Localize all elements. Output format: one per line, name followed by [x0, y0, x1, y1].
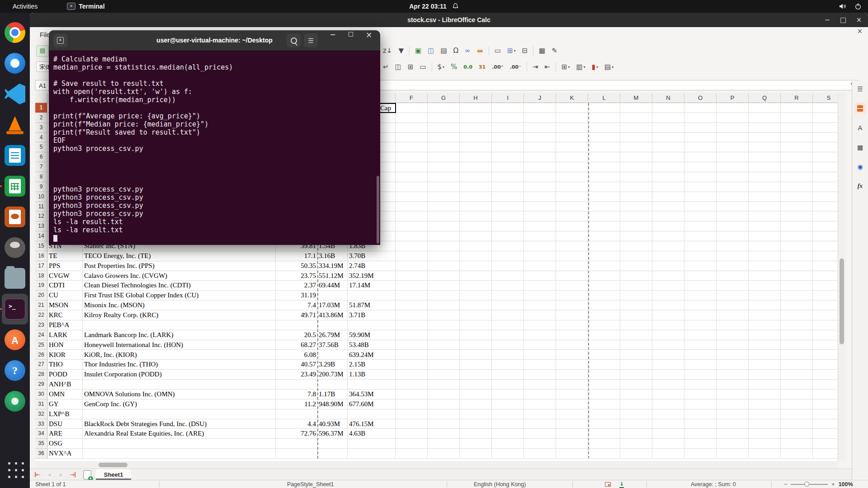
- cell-E17[interactable]: 2.74B: [348, 261, 396, 271]
- cell-M22[interactable]: [620, 310, 652, 320]
- cell-F2[interactable]: [396, 113, 428, 123]
- cell-S1[interactable]: [813, 103, 837, 113]
- cell-I6[interactable]: [492, 152, 524, 162]
- cell-L20[interactable]: [588, 291, 620, 300]
- row-header-24[interactable]: 24: [35, 330, 47, 340]
- first-sheet-icon[interactable]: ←: [33, 471, 43, 478]
- cell-J21[interactable]: [524, 300, 556, 310]
- cell-N20[interactable]: [652, 291, 684, 300]
- cell-N23[interactable]: [652, 320, 684, 330]
- cell-L31[interactable]: [588, 399, 620, 409]
- dock-item-ubuntu-software[interactable]: [2, 324, 28, 355]
- cell-K2[interactable]: [556, 113, 588, 123]
- clock[interactable]: Apr 22 03:11: [409, 3, 447, 10]
- cell-E30[interactable]: 364.53M: [348, 389, 396, 399]
- cell-L33[interactable]: [588, 419, 620, 429]
- cell-L14[interactable]: [588, 231, 620, 241]
- row-header-14[interactable]: 14: [35, 231, 47, 241]
- cell-H32[interactable]: [460, 409, 492, 419]
- cell-L25[interactable]: [588, 340, 620, 350]
- row-header-25[interactable]: 25: [35, 340, 47, 350]
- row-header-29[interactable]: 29: [35, 380, 47, 389]
- cell-S18[interactable]: [813, 271, 837, 281]
- cell-P22[interactable]: [717, 310, 749, 320]
- cell-H22[interactable]: [460, 310, 492, 320]
- cell-P6[interactable]: [717, 152, 749, 162]
- cell-C24[interactable]: 20.5: [276, 330, 317, 340]
- cell-K33[interactable]: [556, 419, 588, 429]
- cell-A35[interactable]: OSG: [47, 439, 83, 449]
- cell-Q23[interactable]: [749, 320, 781, 330]
- cell-K24[interactable]: [556, 330, 588, 340]
- cell-F34[interactable]: [396, 429, 428, 439]
- cell-E27[interactable]: 2.15B: [348, 360, 396, 370]
- cell-D19[interactable]: 69.44M: [317, 281, 348, 291]
- cell-R19[interactable]: [781, 281, 813, 291]
- cell-H33[interactable]: [460, 419, 492, 429]
- cell-O33[interactable]: [684, 419, 717, 429]
- cell-O20[interactable]: [684, 291, 717, 300]
- cell-O32[interactable]: [684, 409, 717, 419]
- cell-E36[interactable]: [348, 449, 396, 459]
- cell-S25[interactable]: [813, 340, 837, 350]
- cell-F30[interactable]: [396, 389, 428, 399]
- toolbar-icon-unmerge-cells[interactable]: ▭: [419, 61, 427, 73]
- cell-P28[interactable]: [717, 370, 749, 380]
- cell-Q6[interactable]: [749, 152, 781, 162]
- cell-O35[interactable]: [684, 439, 717, 449]
- cell-L2[interactable]: [588, 113, 620, 123]
- cell-J26[interactable]: [524, 350, 556, 360]
- toolbar-icon-format-as-date[interactable]: 31: [478, 61, 486, 73]
- cell-I17[interactable]: [492, 261, 524, 271]
- cell-P17[interactable]: [717, 261, 749, 271]
- cell-L7[interactable]: [588, 162, 620, 172]
- cell-N1[interactable]: [652, 103, 684, 113]
- cell-J31[interactable]: [524, 399, 556, 409]
- cell-E34[interactable]: 4.63B: [348, 429, 396, 439]
- cell-N19[interactable]: [652, 281, 684, 291]
- toolbar-icon-format-as-currency[interactable]: $▾: [437, 61, 446, 73]
- cell-K8[interactable]: [556, 172, 588, 182]
- cell-S13[interactable]: [813, 221, 837, 231]
- cell-R15[interactable]: [781, 241, 813, 251]
- column-header-H[interactable]: H: [460, 93, 492, 103]
- cell-M10[interactable]: [620, 192, 652, 202]
- cell-H35[interactable]: [460, 439, 492, 449]
- row-header-28[interactable]: 28: [35, 370, 47, 380]
- cell-L28[interactable]: [588, 370, 620, 380]
- cell-C26[interactable]: 6.08: [276, 350, 317, 360]
- calc-maximize-button[interactable]: □: [840, 16, 847, 24]
- cell-R30[interactable]: [781, 389, 813, 399]
- cell-C33[interactable]: 4.4: [276, 419, 317, 429]
- cell-B24[interactable]: Landmark Bancorp Inc. (LARK): [83, 330, 276, 340]
- cell-B34[interactable]: Alexandria Real Estate Equities, Inc. (A…: [83, 429, 276, 439]
- cell-E31[interactable]: 677.60M: [348, 399, 396, 409]
- terminal-menu-button[interactable]: ☰: [304, 33, 318, 47]
- cell-S16[interactable]: [813, 251, 837, 261]
- cell-G17[interactable]: [428, 261, 460, 271]
- cell-F1[interactable]: [396, 103, 428, 113]
- toolbar-icon-format-as-number[interactable]: 0.0: [462, 61, 473, 73]
- cell-L24[interactable]: [588, 330, 620, 340]
- cell-F29[interactable]: [396, 380, 428, 389]
- cell-K16[interactable]: [556, 251, 588, 261]
- cell-O31[interactable]: [684, 399, 717, 409]
- cell-I10[interactable]: [492, 192, 524, 202]
- cell-M32[interactable]: [620, 409, 652, 419]
- cell-H9[interactable]: [460, 182, 492, 192]
- cell-D22[interactable]: 413.86M: [317, 310, 348, 320]
- cell-Q27[interactable]: [749, 360, 781, 370]
- cell-O2[interactable]: [684, 113, 717, 123]
- row-header-16[interactable]: 16: [35, 251, 47, 261]
- cell-S36[interactable]: [813, 449, 837, 459]
- cell-S29[interactable]: [813, 380, 837, 389]
- cell-M34[interactable]: [620, 429, 652, 439]
- cell-J4[interactable]: [524, 133, 556, 143]
- cell-R11[interactable]: [781, 202, 813, 212]
- toolbar-icon-border-color[interactable]: ▮▾: [591, 61, 599, 73]
- cell-P29[interactable]: [717, 380, 749, 389]
- cell-I18[interactable]: [492, 271, 524, 281]
- cell-H28[interactable]: [460, 370, 492, 380]
- cell-G4[interactable]: [428, 133, 460, 143]
- row-header-31[interactable]: 31: [35, 399, 47, 409]
